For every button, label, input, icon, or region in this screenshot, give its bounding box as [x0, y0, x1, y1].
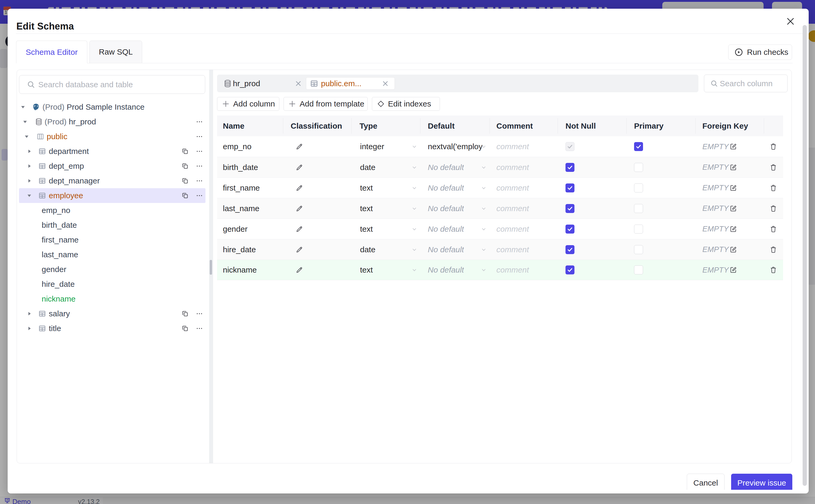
column-type-select[interactable]: integer — [360, 136, 384, 157]
delete-column-icon[interactable] — [769, 239, 777, 260]
checkbox-unchecked[interactable] — [634, 245, 643, 254]
column-name[interactable]: hire_date — [223, 239, 256, 260]
duplicate-table-icon[interactable] — [181, 148, 189, 155]
caret-down-icon[interactable] — [20, 104, 26, 110]
column-type-select[interactable]: text — [360, 178, 373, 198]
foreign-key-edit-icon[interactable] — [729, 143, 737, 151]
column-name[interactable]: first_name — [223, 178, 260, 198]
column-default-select[interactable]: No default — [428, 239, 464, 260]
duplicate-table-icon[interactable] — [181, 192, 189, 199]
tree-node-first-name[interactable]: first_name — [17, 232, 209, 247]
table-chip[interactable]: public.em... — [306, 77, 395, 90]
more-actions-icon[interactable] — [196, 310, 203, 317]
column-comment-input[interactable]: comment — [497, 157, 529, 177]
duplicate-table-icon[interactable] — [181, 177, 189, 185]
modal-scrollbar[interactable] — [803, 25, 807, 486]
tree-node-birth-date[interactable]: birth_date — [17, 218, 209, 232]
column-name[interactable]: nickname — [223, 260, 257, 280]
checkbox-checked[interactable] — [634, 142, 643, 151]
tree-node-last-name[interactable]: last_name — [17, 247, 209, 262]
foreign-key-edit-icon[interactable] — [729, 266, 737, 274]
delete-column-icon[interactable] — [769, 219, 777, 239]
column-comment-input[interactable]: comment — [497, 178, 529, 198]
duplicate-table-icon[interactable] — [181, 310, 189, 317]
checkbox-unchecked[interactable] — [634, 225, 643, 234]
remove-database-chip-icon[interactable] — [294, 80, 302, 88]
caret-down-icon[interactable] — [26, 193, 32, 198]
column-name[interactable]: gender — [223, 219, 247, 239]
classification-edit-icon[interactable] — [295, 219, 303, 239]
checkbox-unchecked[interactable] — [634, 183, 643, 192]
column-default-select[interactable]: No default — [428, 178, 464, 198]
tree-node-hr-prod[interactable]: (Prod) hr_prod — [17, 114, 209, 129]
edit-indexes-button[interactable]: Edit indexes — [372, 97, 440, 111]
checkbox-checked-disabled[interactable] — [566, 142, 575, 151]
duplicate-table-icon[interactable] — [181, 162, 189, 170]
column-search-input[interactable]: Search column — [704, 75, 788, 92]
checkbox-unchecked[interactable] — [634, 204, 643, 213]
tree-node-hire-date[interactable]: hire_date — [17, 277, 209, 292]
checkbox-checked[interactable] — [566, 204, 575, 213]
delete-column-icon[interactable] — [769, 198, 777, 219]
classification-edit-icon[interactable] — [295, 178, 303, 198]
column-default-select[interactable]: No default — [428, 198, 464, 219]
caret-right-icon[interactable] — [26, 148, 32, 154]
checkbox-unchecked[interactable] — [634, 163, 643, 172]
column-comment-input[interactable]: comment — [497, 198, 529, 219]
column-comment-input[interactable]: comment — [497, 260, 529, 280]
tab-schema-editor[interactable]: Schema Editor — [16, 41, 87, 63]
close-icon[interactable] — [786, 17, 795, 26]
column-default-select[interactable]: No default — [428, 260, 464, 280]
foreign-key-edit-icon[interactable] — [729, 205, 737, 212]
caret-right-icon[interactable] — [26, 163, 32, 169]
checkbox-checked[interactable] — [566, 183, 575, 192]
tree-node-salary[interactable]: salary — [17, 306, 209, 321]
checkbox-checked[interactable] — [566, 245, 575, 254]
classification-edit-icon[interactable] — [295, 198, 303, 219]
more-actions-icon[interactable] — [196, 192, 203, 199]
caret-right-icon[interactable] — [26, 326, 32, 331]
more-actions-icon[interactable] — [196, 148, 203, 155]
more-actions-icon[interactable] — [196, 133, 203, 140]
column-type-select[interactable]: date — [360, 157, 375, 177]
tree-node-prod-sample-instance[interactable]: (Prod) Prod Sample Instance — [17, 100, 209, 114]
checkbox-checked[interactable] — [566, 265, 575, 274]
more-actions-icon[interactable] — [196, 325, 203, 332]
column-name[interactable]: emp_no — [223, 136, 251, 157]
classification-edit-icon[interactable] — [295, 260, 303, 280]
run-checks-button[interactable]: Run checks — [728, 45, 792, 60]
column-type-select[interactable]: text — [360, 198, 373, 219]
tree-node-employee[interactable]: employee — [17, 188, 209, 203]
caret-down-icon[interactable] — [24, 134, 30, 139]
foreign-key-edit-icon[interactable] — [729, 163, 737, 171]
more-actions-icon[interactable] — [196, 118, 203, 125]
delete-column-icon[interactable] — [769, 178, 777, 198]
tree-node-title[interactable]: title — [17, 321, 209, 336]
more-actions-icon[interactable] — [196, 177, 203, 185]
column-comment-input[interactable]: comment — [497, 219, 529, 239]
classification-edit-icon[interactable] — [295, 157, 303, 177]
column-comment-input[interactable]: comment — [497, 136, 529, 157]
checkbox-unchecked[interactable] — [634, 265, 643, 274]
foreign-key-edit-icon[interactable] — [729, 184, 737, 192]
cancel-button[interactable]: Cancel — [687, 474, 725, 490]
caret-right-icon[interactable] — [26, 311, 32, 317]
tree-node-dept-emp[interactable]: dept_emp — [17, 159, 209, 173]
checkbox-checked[interactable] — [566, 225, 575, 234]
delete-column-icon[interactable] — [769, 157, 777, 177]
tree-node-nickname[interactable]: nickname — [17, 292, 209, 306]
caret-down-icon[interactable] — [22, 119, 28, 125]
column-name[interactable]: last_name — [223, 198, 259, 219]
tree-node-dept-manager[interactable]: dept_manager — [17, 173, 209, 188]
more-actions-icon[interactable] — [196, 162, 203, 170]
column-type-select[interactable]: text — [360, 219, 373, 239]
foreign-key-edit-icon[interactable] — [729, 225, 737, 233]
tree-search-input[interactable]: Search database and table — [19, 75, 205, 94]
pane-resize-handle[interactable] — [210, 260, 212, 275]
checkbox-checked[interactable] — [566, 163, 575, 172]
add-column-button[interactable]: Add column — [217, 97, 279, 111]
classification-edit-icon[interactable] — [295, 136, 303, 157]
remove-table-chip-icon[interactable] — [381, 80, 389, 88]
column-default-select[interactable]: nextval('employ — [428, 136, 483, 157]
column-default-select[interactable]: No default — [428, 157, 464, 177]
